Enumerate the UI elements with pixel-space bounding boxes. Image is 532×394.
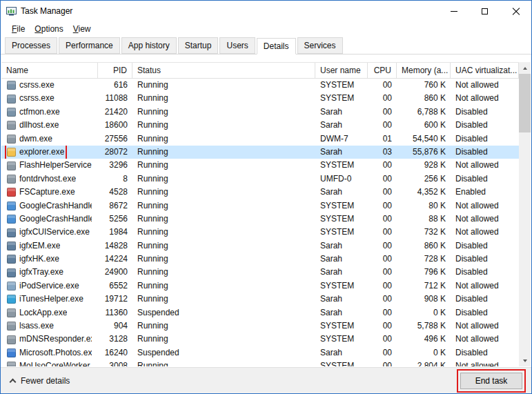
process-row[interactable]: ctfmon.exe21420RunningSarah006,788 KDisa… [1,106,519,119]
cell-uac: Not allowed [451,279,519,293]
column-header-user[interactable]: User name [315,63,368,79]
cell-pid: 904 [98,319,132,333]
column-header-cpu[interactable]: CPU [368,63,397,79]
cell-memory: 760 K [397,79,451,92]
cell-status: Running [132,92,315,105]
process-row[interactable]: FSCapture.exe4528RunningSarah004,352 KEn… [1,186,519,199]
minimize-button[interactable] [438,1,469,21]
process-icon [7,268,16,277]
tab-processes[interactable]: Processes [5,37,57,54]
tab-startup[interactable]: Startup [178,37,219,54]
process-row[interactable]: lsass.exe904RunningSYSTEM005,788 KNot al… [1,319,519,333]
cell-pid: 27556 [98,132,132,146]
process-name-wrap: iTunesHelper.exe [6,293,85,306]
scroll-down-icon [523,359,527,362]
process-row[interactable]: dllhost.exe18600RunningSarah00600 KDisab… [1,119,519,132]
cell-name: dwm.exe [1,132,98,146]
process-row[interactable]: GoogleCrashHandler...8672RunningSYSTEM00… [1,199,519,213]
process-icon [7,121,16,130]
process-row[interactable]: explorer.exe28072RunningSarah0355,876 KD… [1,146,519,159]
cell-user-name: SYSTEM [315,319,368,333]
cell-pid: 11360 [98,306,132,319]
cell-uac: Enabled [451,186,519,199]
tab-users[interactable]: Users [219,37,255,54]
scroll-down-button[interactable] [519,355,531,366]
process-name: igfxHK.exe [19,253,59,266]
process-row[interactable]: iPodService.exe6552RunningSYSTEM00712 KN… [1,279,519,293]
scrollbar-track[interactable] [519,74,531,355]
process-row[interactable]: mDNSResponder.exe3128RunningSYSTEM00496 … [1,333,519,346]
column-header-pid[interactable]: PID [98,63,132,79]
process-row[interactable]: igfxTray.exe24900RunningSarah00796 KDisa… [1,266,519,279]
menubar: FileOptionsView [1,21,531,37]
process-name: ctfmon.exe [19,106,60,119]
process-row[interactable]: csrss.exe11088RunningSYSTEM00860 KNot al… [1,92,519,105]
process-icon [7,348,16,357]
process-icon [7,188,16,197]
cell-name: LockApp.exe [1,306,98,319]
close-button[interactable] [500,1,531,21]
process-icon [7,242,16,250]
process-name: iPodService.exe [19,279,79,293]
cell-pid: 6552 [98,279,132,293]
process-row[interactable]: dwm.exe27556RunningDWM-70154,540 KDisabl… [1,132,519,146]
cell-name: FlashHelperService.e... [1,159,98,172]
cell-name: iPodService.exe [1,279,98,293]
cell-cpu: 00 [368,226,397,239]
process-row[interactable]: igfxEM.exe14828RunningSarah00860 KDisabl… [1,239,519,253]
cell-pid: 14224 [98,253,132,266]
process-name: csrss.exe [19,79,55,92]
process-row[interactable]: Microsoft.Photos.exe16240SuspendedSarah0… [1,346,519,359]
process-icon [7,81,16,90]
cell-name: igfxTray.exe [1,266,98,279]
process-row[interactable]: igfxHK.exe14224RunningSarah00728 KDisabl… [1,253,519,266]
process-row[interactable]: GoogleCrashHandler...5256RunningSYSTEM00… [1,213,519,226]
process-row[interactable]: MoUsoCoreWorker.e...3008RunningSYSTEM002… [1,359,519,366]
process-row[interactable]: fontdrvhost.exe8RunningUMFD-000256 KDisa… [1,173,519,186]
end-task-button[interactable]: End task [460,373,522,389]
tab-performance[interactable]: Performance [59,37,120,54]
maximize-button[interactable] [469,1,500,21]
cell-memory: 860 K [397,239,451,253]
process-row[interactable]: FlashHelperService.e...3296RunningSYSTEM… [1,159,519,172]
cell-user-name: Sarah [315,186,368,199]
menu-item-file[interactable]: File [7,23,30,35]
cell-pid: 8 [98,173,132,186]
menu-item-view[interactable]: View [68,23,96,35]
cell-uac: Not allowed [451,213,519,226]
menu-item-options[interactable]: Options [30,23,68,35]
process-row[interactable]: csrss.exe616RunningSYSTEM00760 KNot allo… [1,79,519,92]
cell-uac: Disabled [451,239,519,253]
process-row[interactable]: iTunesHelper.exe19712RunningSarah00908 K… [1,293,519,306]
cell-status: Running [132,106,315,119]
process-row[interactable]: LockApp.exe11360SuspendedSarah000 KDisab… [1,306,519,319]
cell-user-name: Sarah [315,253,368,266]
column-header-uac[interactable]: UAC virtualizat... [451,63,519,79]
cell-name: MoUsoCoreWorker.e... [1,359,98,366]
process-icon [7,295,16,304]
tab-services[interactable]: Services [297,37,343,54]
scroll-up-button[interactable] [519,62,531,74]
process-icon [7,322,16,331]
vertical-scrollbar[interactable] [519,62,531,366]
fewer-details-toggle[interactable]: Fewer details [6,373,74,388]
cell-uac: Disabled [451,306,519,319]
cell-uac: Not allowed [451,79,519,92]
process-row[interactable]: igfxCUIService.exe1984RunningSYSTEM00732… [1,226,519,239]
task-manager-window: Task Manager FileOptionsView ProcessesPe… [0,0,532,394]
process-icon [7,215,16,224]
column-header-status[interactable]: Status [132,63,315,79]
scrollbar-thumb[interactable] [519,74,531,132]
column-header-mem[interactable]: Memory (a... [397,63,451,79]
process-table: NamePIDStatusUser nameCPUMemory (a...UAC… [1,62,531,366]
process-name-wrap: csrss.exe [6,79,56,92]
minimize-icon [451,11,457,12]
tab-app-history[interactable]: App history [121,37,177,54]
cell-uac: Disabled [451,146,519,159]
tab-details[interactable]: Details [257,38,296,55]
column-header-name[interactable]: Name [1,63,98,79]
cell-pid: 19712 [98,293,132,306]
cell-name: iTunesHelper.exe [1,293,98,306]
cell-pid: 16240 [98,346,132,359]
cell-memory: 796 K [397,266,451,279]
